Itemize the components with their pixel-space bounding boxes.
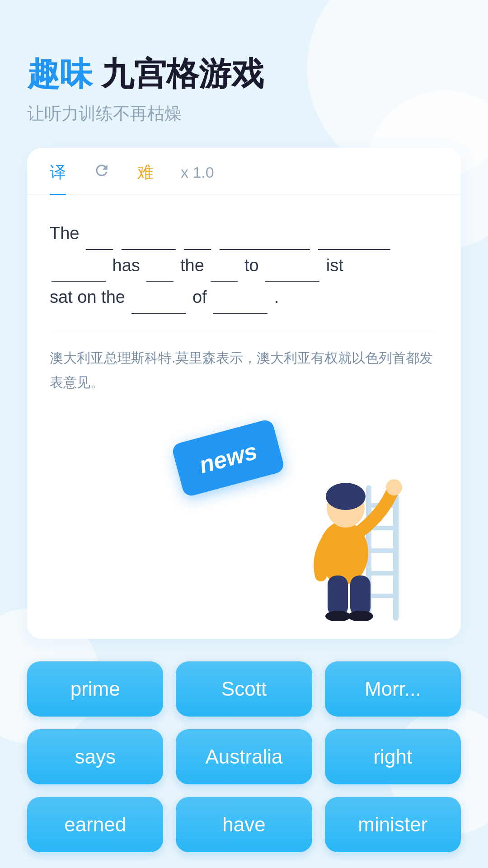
word-btn-says[interactable]: says bbox=[27, 729, 163, 784]
word-the: The bbox=[50, 224, 84, 243]
word-btn-minister[interactable]: minister bbox=[325, 797, 461, 852]
blank-3 bbox=[184, 218, 211, 250]
page-title: 趣味 九宫格游戏 bbox=[27, 54, 461, 93]
word-ist: ist bbox=[326, 256, 343, 275]
blank-8 bbox=[211, 250, 238, 282]
blank-9 bbox=[265, 250, 319, 282]
word-btn-morrison[interactable]: Morr... bbox=[325, 661, 461, 717]
word-btn-earned[interactable]: earned bbox=[27, 797, 163, 852]
word-grid: prime Scott Morr... says Australia right… bbox=[27, 661, 461, 852]
word-sat: sat on the bbox=[50, 288, 130, 307]
word-btn-australia[interactable]: Australia bbox=[176, 729, 312, 784]
word-btn-scott[interactable]: Scott bbox=[176, 661, 312, 717]
page-header: 趣味 九宫格游戏 让听力训练不再枯燥 bbox=[27, 54, 461, 125]
word-period: . bbox=[274, 288, 279, 307]
main-card: 译 难 x 1.0 The has bbox=[27, 148, 461, 638]
tab-difficulty[interactable]: 难 bbox=[137, 161, 154, 194]
svg-rect-11 bbox=[328, 576, 348, 616]
blank-7 bbox=[146, 250, 174, 282]
blank-11 bbox=[213, 282, 267, 313]
word-of: of bbox=[192, 288, 211, 307]
svg-rect-6 bbox=[366, 594, 399, 598]
svg-rect-4 bbox=[366, 548, 399, 553]
svg-point-13 bbox=[325, 611, 351, 621]
svg-rect-12 bbox=[350, 576, 371, 616]
title-accent: 趣味 bbox=[27, 56, 92, 92]
page-subtitle: 让听力训练不再枯燥 bbox=[27, 102, 461, 125]
word-btn-have[interactable]: have bbox=[176, 797, 312, 852]
blank-5 bbox=[318, 218, 390, 250]
svg-point-9 bbox=[326, 483, 366, 510]
translation-text: 澳大利亚总理斯科特.莫里森表示，澳大利亚有权就以色列首都发表意见。 bbox=[50, 332, 438, 395]
blank-6 bbox=[52, 250, 106, 282]
tab-refresh[interactable] bbox=[93, 162, 110, 194]
illustration-area: news bbox=[50, 404, 438, 621]
blank-4 bbox=[220, 218, 310, 250]
word-to: to bbox=[244, 256, 263, 275]
blank-2 bbox=[122, 218, 176, 250]
tab-translate[interactable]: 译 bbox=[50, 161, 66, 194]
svg-rect-5 bbox=[366, 571, 399, 576]
tab-bar: 译 难 x 1.0 bbox=[27, 148, 461, 195]
blank-1 bbox=[86, 218, 113, 250]
blank-10 bbox=[131, 282, 186, 313]
word-has: has bbox=[113, 256, 145, 275]
tab-speed[interactable]: x 1.0 bbox=[181, 164, 214, 192]
word-the2: the bbox=[180, 256, 209, 275]
sentence-area: The has the to ist bbox=[50, 218, 438, 313]
word-btn-prime[interactable]: prime bbox=[27, 661, 163, 717]
svg-point-10 bbox=[386, 479, 402, 495]
person-illustration bbox=[258, 413, 411, 621]
card-body: The has the to ist bbox=[27, 195, 461, 638]
word-btn-right[interactable]: right bbox=[325, 729, 461, 784]
